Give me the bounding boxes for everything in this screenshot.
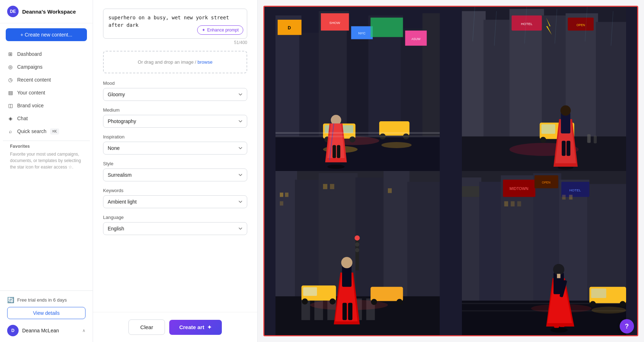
svg-rect-43: [462, 11, 486, 141]
char-count: 51/400: [103, 40, 247, 45]
workspace-name: Deanna's Workspace: [22, 9, 76, 15]
enhance-prompt-button[interactable]: ✦ Enhance prompt: [197, 25, 243, 35]
svg-text:SHOW: SHOW: [329, 21, 340, 25]
inspiration-select[interactable]: None: [103, 142, 247, 155]
sidebar-item-recent[interactable]: ◷ Recent content: [3, 73, 90, 86]
your-content-icon: ▤: [7, 89, 14, 96]
language-field: Language English: [103, 215, 247, 235]
sidebar-item-chat[interactable]: ◈ Chat: [3, 112, 90, 125]
svg-point-111: [341, 257, 352, 268]
trial-icon: 🔄: [7, 297, 14, 303]
browse-link[interactable]: browse: [197, 59, 213, 65]
image-cell-1[interactable]: D SHOW NYC ASUW: [264, 7, 451, 171]
drop-zone[interactable]: Or drag and drop an image / browse: [103, 51, 247, 73]
svg-rect-129: [504, 201, 508, 206]
svg-rect-140: [591, 289, 606, 298]
view-details-button[interactable]: View details: [7, 307, 86, 319]
svg-rect-37: [332, 145, 336, 158]
svg-text:ASUW: ASUW: [411, 37, 420, 41]
svg-point-143: [551, 327, 568, 332]
svg-rect-4: [347, 24, 370, 136]
svg-rect-130: [511, 201, 514, 206]
medium-select[interactable]: Photography: [103, 115, 247, 128]
svg-point-31: [327, 165, 345, 169]
inspiration-field: Inspiration None: [103, 134, 247, 155]
campaigns-icon: ◎: [7, 64, 14, 70]
trial-info: 🔄 Free trial ends in 6 days: [7, 297, 86, 303]
search-shortcut-badge: ⌘K: [50, 128, 59, 135]
svg-point-103: [302, 298, 308, 304]
svg-text:HOTEL: HOTEL: [521, 22, 533, 26]
svg-rect-83: [355, 236, 359, 270]
svg-rect-74: [594, 136, 596, 143]
svg-text:MIDTOWN: MIDTOWN: [509, 186, 528, 191]
language-select[interactable]: English: [103, 222, 247, 235]
sidebar-item-brand-voice[interactable]: ◫ Brand voice: [3, 99, 90, 112]
sidebar-item-search[interactable]: ⌕ Quick search ⌘K: [3, 125, 90, 138]
enhance-btn-label: Enhance prompt: [207, 28, 239, 33]
svg-rect-89: [280, 201, 283, 206]
help-button[interactable]: ?: [620, 319, 634, 333]
svg-rect-126: [462, 186, 479, 197]
style-select[interactable]: Surrealism: [103, 168, 247, 181]
svg-rect-88: [285, 192, 289, 197]
svg-point-86: [355, 248, 359, 252]
user-name: Deanna McLean: [22, 328, 79, 333]
image-cell-4[interactable]: MIDTOWN HOTEL OPEN: [451, 171, 637, 335]
medium-field: Medium Photography: [103, 107, 247, 128]
chevron-up-icon: ∧: [82, 328, 86, 333]
nav-items: ⊞ Dashboard ◎ Campaigns ◷ Recent content…: [0, 46, 93, 290]
svg-rect-80: [355, 177, 386, 305]
svg-point-84: [355, 235, 360, 240]
sidebar-item-recent-label: Recent content: [17, 77, 51, 83]
sidebar-item-dashboard[interactable]: ⊞ Dashboard: [3, 48, 90, 60]
create-art-button[interactable]: Create art ✦: [169, 320, 222, 335]
svg-point-141: [590, 301, 596, 307]
svg-rect-69: [561, 113, 571, 133]
svg-rect-92: [388, 188, 392, 193]
svg-rect-102: [303, 287, 317, 296]
svg-rect-81: [384, 171, 409, 305]
form-panel: superhero on a busy, wet new york street…: [93, 0, 258, 342]
svg-rect-2: [299, 33, 321, 136]
favorites-title: Favorites: [10, 144, 83, 149]
sidebar-item-campaigns[interactable]: ◎ Campaigns: [3, 60, 90, 73]
clear-button[interactable]: Clear: [128, 319, 165, 335]
keywords-select[interactable]: Ambient light: [103, 195, 247, 208]
svg-rect-73: [587, 134, 591, 143]
svg-rect-131: [517, 201, 521, 206]
svg-rect-82: [407, 182, 440, 305]
svg-point-70: [560, 105, 571, 116]
mood-label: Mood: [103, 80, 247, 86]
keywords-label: Keywords: [103, 188, 247, 193]
svg-point-107: [396, 299, 402, 305]
mood-select[interactable]: Gloomy: [103, 88, 247, 101]
image-cell-3[interactable]: [264, 171, 451, 335]
svg-rect-132: [562, 195, 566, 199]
sidebar-item-your-content-label: Your content: [17, 90, 45, 96]
svg-point-152: [553, 264, 564, 275]
svg-text:OPEN: OPEN: [542, 181, 551, 184]
inspiration-label: Inspiration: [103, 134, 247, 140]
create-new-button[interactable]: + Create new content...: [6, 28, 87, 41]
footer-spacer: [103, 241, 247, 270]
form-footer: Clear Create art ✦: [93, 312, 257, 342]
svg-point-64: [540, 137, 546, 143]
trial-text: Free trial ends in 6 days: [17, 297, 67, 303]
sidebar: DE Deanna's Workspace + Create new conte…: [0, 0, 93, 342]
image-cell-2[interactable]: HOTEL OPEN: [451, 7, 637, 171]
sidebar-item-search-label: Quick search: [17, 128, 47, 134]
svg-rect-71: [562, 141, 566, 156]
sidebar-item-your-content[interactable]: ▤ Your content: [3, 86, 90, 99]
svg-rect-91: [330, 184, 334, 189]
sidebar-footer: 🔄 Free trial ends in 6 days View details…: [0, 290, 93, 342]
svg-text:OPEN: OPEN: [576, 23, 585, 27]
search-icon: ⌕: [7, 128, 14, 135]
main-content: superhero on a busy, wet new york street…: [93, 0, 644, 342]
drop-zone-text: Or drag and drop an image /: [138, 59, 197, 65]
svg-rect-38: [337, 145, 341, 158]
user-row: D Deanna McLean ∧: [7, 323, 86, 336]
svg-rect-39: [275, 132, 440, 134]
svg-rect-63: [541, 124, 555, 134]
svg-rect-40: [275, 136, 440, 137]
